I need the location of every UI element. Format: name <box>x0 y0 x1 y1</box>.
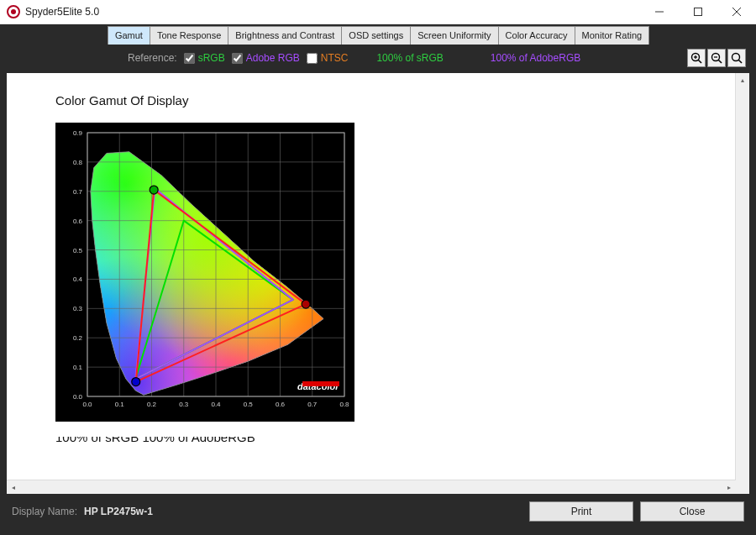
zoom-in-icon <box>690 52 702 64</box>
chart-title: Color Gamut Of Display <box>55 93 716 108</box>
scroll-right-icon[interactable]: ▸ <box>722 480 736 494</box>
svg-text:0.5: 0.5 <box>73 247 83 254</box>
gamut-chart-svg: 0.00.10.20.30.40.50.60.70.80.00.10.20.30… <box>55 123 354 422</box>
display-name-label: Display Name: <box>12 506 77 517</box>
zoom-fit-button[interactable] <box>727 49 746 67</box>
adobergb-coverage-text: 100% of AdobeRGB <box>491 52 580 64</box>
svg-line-5 <box>698 60 701 63</box>
svg-point-11 <box>732 54 740 61</box>
svg-text:0.3: 0.3 <box>179 401 189 408</box>
close-button[interactable]: Close <box>640 501 744 522</box>
titlebar: Spyder5Elite 5.0 <box>0 0 756 24</box>
below-chart-peek: 100% of sRGB 100% of AdobeRGB <box>55 437 716 445</box>
svg-line-9 <box>718 60 722 63</box>
print-button[interactable]: Print <box>529 501 633 522</box>
tab-gamut[interactable]: Gamut <box>108 26 150 45</box>
horizontal-scrollbar[interactable]: ◂ ▸ <box>7 480 736 494</box>
checkbox-adobergb-input[interactable] <box>232 53 243 64</box>
content-panel: Color Gamut Of Display 0.00.10.20.30.40.… <box>7 73 749 494</box>
tab-osd-settings[interactable]: OSD settings <box>341 26 411 45</box>
svg-text:0.6: 0.6 <box>276 401 286 408</box>
close-window-button[interactable] <box>717 0 756 24</box>
scroll-left-icon[interactable]: ◂ <box>7 480 20 494</box>
svg-text:0.2: 0.2 <box>73 334 83 342</box>
svg-text:0.0: 0.0 <box>73 393 83 401</box>
svg-text:0.4: 0.4 <box>211 401 221 408</box>
zoom-fit-icon <box>731 52 743 64</box>
svg-rect-70 <box>302 381 339 386</box>
checkbox-srgb-label: sRGB <box>198 52 225 64</box>
svg-text:0.7: 0.7 <box>307 401 318 408</box>
reference-label: Reference: <box>128 52 177 64</box>
display-name-value: HP LP2475w-1 <box>84 506 153 517</box>
zoom-out-button[interactable] <box>707 49 726 67</box>
zoom-in-button[interactable] <box>687 49 706 67</box>
svg-text:0.6: 0.6 <box>73 218 83 225</box>
svg-point-67 <box>150 186 158 194</box>
close-icon <box>732 8 741 16</box>
reference-row: Reference: sRGB Adobe RGB NTSC 100% of s… <box>7 45 749 73</box>
svg-text:0.8: 0.8 <box>339 401 349 408</box>
app-frame: Gamut Tone Response Brightness and Contr… <box>0 24 756 535</box>
srgb-coverage-text: 100% of sRGB <box>376 52 443 64</box>
gamut-chart: 0.00.10.20.30.40.50.60.70.80.00.10.20.30… <box>55 123 354 422</box>
tab-brightness-contrast[interactable]: Brightness and Contrast <box>228 26 342 45</box>
scroll-up-icon[interactable]: ▴ <box>736 73 749 87</box>
svg-text:0.4: 0.4 <box>73 275 83 283</box>
checkbox-adobergb-label: Adobe RGB <box>246 52 300 64</box>
svg-point-68 <box>132 378 140 386</box>
vertical-scrollbar[interactable]: ▴ <box>735 73 749 480</box>
checkbox-ntsc-label: NTSC <box>321 52 349 64</box>
checkbox-adobergb[interactable]: Adobe RGB <box>232 52 300 64</box>
minimize-button[interactable] <box>640 0 679 24</box>
checkbox-ntsc-input[interactable] <box>307 53 318 64</box>
maximize-icon <box>694 8 702 16</box>
tab-color-accuracy[interactable]: Color Accuracy <box>498 26 575 45</box>
svg-text:0.3: 0.3 <box>73 305 83 312</box>
svg-text:0.7: 0.7 <box>73 188 83 196</box>
svg-text:0.5: 0.5 <box>244 401 254 408</box>
svg-text:0.1: 0.1 <box>115 401 125 408</box>
checkbox-ntsc[interactable]: NTSC <box>307 52 349 64</box>
footer-bar: Display Name: HP LP2475w-1 Print Close <box>7 494 749 529</box>
zoom-out-icon <box>711 52 722 64</box>
content-inner: Color Gamut Of Display 0.00.10.20.30.40.… <box>7 73 736 480</box>
svg-point-66 <box>302 300 310 308</box>
app-icon <box>7 5 20 18</box>
window-title: Spyder5Elite 5.0 <box>25 6 99 18</box>
tab-screen-uniformity[interactable]: Screen Uniformity <box>410 26 498 45</box>
minimize-icon <box>655 8 664 16</box>
tab-monitor-rating[interactable]: Monitor Rating <box>575 26 650 45</box>
svg-text:0.8: 0.8 <box>73 159 83 166</box>
checkbox-srgb[interactable]: sRGB <box>184 52 225 64</box>
svg-text:0.9: 0.9 <box>73 129 83 137</box>
svg-text:0.2: 0.2 <box>147 401 157 408</box>
svg-text:0.0: 0.0 <box>82 401 92 408</box>
tab-strip: Gamut Tone Response Brightness and Contr… <box>7 26 749 45</box>
maximize-button[interactable] <box>679 0 717 24</box>
zoom-buttons <box>687 49 746 67</box>
tab-tone-response[interactable]: Tone Response <box>150 26 228 45</box>
checkbox-srgb-input[interactable] <box>184 53 195 64</box>
svg-text:0.1: 0.1 <box>73 364 83 371</box>
svg-rect-1 <box>695 8 702 16</box>
scroll-corner <box>736 480 749 494</box>
content-wrap: Color Gamut Of Display 0.00.10.20.30.40.… <box>7 73 749 494</box>
svg-line-12 <box>738 60 742 63</box>
